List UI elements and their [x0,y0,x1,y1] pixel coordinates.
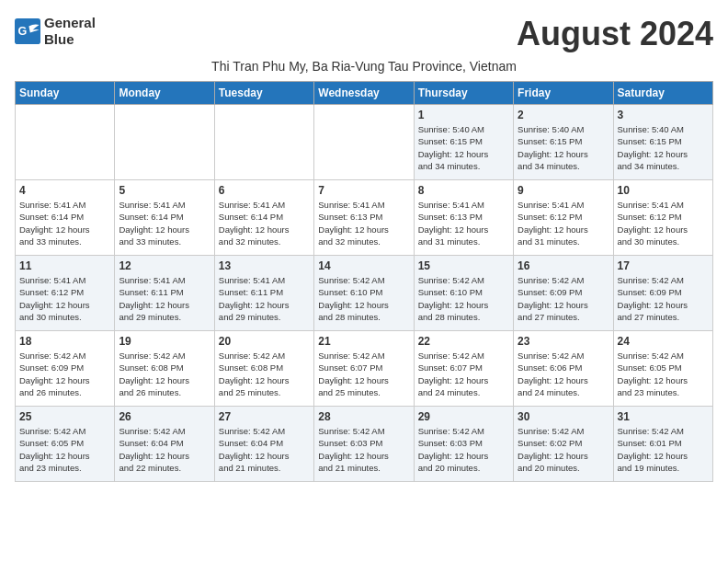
day-cell-16: 16Sunrise: 5:42 AM Sunset: 6:09 PM Dayli… [514,256,613,331]
day-cell-23: 23Sunrise: 5:42 AM Sunset: 6:06 PM Dayli… [514,331,613,407]
day-cell-24: 24Sunrise: 5:42 AM Sunset: 6:05 PM Dayli… [613,331,712,407]
day-info: Sunrise: 5:42 AM Sunset: 6:07 PM Dayligh… [318,350,409,398]
day-number: 9 [518,184,609,197]
day-number: 26 [119,410,210,423]
week-row-5: 25Sunrise: 5:42 AM Sunset: 6:05 PM Dayli… [16,407,713,482]
day-cell-4: 4Sunrise: 5:41 AM Sunset: 6:14 PM Daylig… [16,180,115,256]
day-number: 22 [418,335,509,348]
day-number: 11 [19,259,110,272]
day-cell-25: 25Sunrise: 5:42 AM Sunset: 6:05 PM Dayli… [16,407,115,482]
empty-cell [314,105,414,180]
col-header-thursday: Thursday [414,82,513,105]
day-number: 18 [19,335,110,348]
day-number: 17 [618,259,709,272]
day-cell-31: 31Sunrise: 5:42 AM Sunset: 6:01 PM Dayli… [613,407,712,482]
day-number: 5 [119,184,210,197]
day-info: Sunrise: 5:41 AM Sunset: 6:12 PM Dayligh… [19,274,110,323]
day-info: Sunrise: 5:42 AM Sunset: 6:03 PM Dayligh… [318,425,409,474]
day-info: Sunrise: 5:42 AM Sunset: 6:08 PM Dayligh… [119,350,210,398]
day-info: Sunrise: 5:42 AM Sunset: 6:06 PM Dayligh… [518,350,609,398]
day-cell-15: 15Sunrise: 5:42 AM Sunset: 6:10 PM Dayli… [414,256,513,331]
day-cell-12: 12Sunrise: 5:41 AM Sunset: 6:11 PM Dayli… [115,256,214,331]
day-cell-11: 11Sunrise: 5:41 AM Sunset: 6:12 PM Dayli… [16,256,115,331]
day-info: Sunrise: 5:42 AM Sunset: 6:07 PM Dayligh… [418,350,509,398]
day-cell-20: 20Sunrise: 5:42 AM Sunset: 6:08 PM Dayli… [214,331,313,407]
empty-cell [16,105,115,180]
day-info: Sunrise: 5:42 AM Sunset: 6:02 PM Dayligh… [518,425,609,474]
day-cell-1: 1Sunrise: 5:40 AM Sunset: 6:15 PM Daylig… [414,105,513,180]
day-cell-5: 5Sunrise: 5:41 AM Sunset: 6:14 PM Daylig… [115,180,214,256]
header-row: SundayMondayTuesdayWednesdayThursdayFrid… [16,82,713,105]
day-cell-3: 3Sunrise: 5:40 AM Sunset: 6:15 PM Daylig… [613,105,712,180]
day-info: Sunrise: 5:42 AM Sunset: 6:09 PM Dayligh… [19,350,110,398]
day-number: 28 [318,410,409,423]
day-cell-9: 9Sunrise: 5:41 AM Sunset: 6:12 PM Daylig… [514,180,613,256]
day-info: Sunrise: 5:42 AM Sunset: 6:09 PM Dayligh… [618,274,709,323]
day-cell-21: 21Sunrise: 5:42 AM Sunset: 6:07 PM Dayli… [314,331,414,407]
day-number: 6 [219,184,310,197]
day-info: Sunrise: 5:41 AM Sunset: 6:14 PM Dayligh… [119,199,210,247]
week-row-2: 4Sunrise: 5:41 AM Sunset: 6:14 PM Daylig… [16,180,713,256]
col-header-tuesday: Tuesday [214,82,313,105]
empty-cell [214,105,313,180]
day-info: Sunrise: 5:40 AM Sunset: 6:15 PM Dayligh… [618,123,709,172]
day-number: 13 [219,259,310,272]
col-header-sunday: Sunday [16,82,115,105]
day-number: 14 [318,259,409,272]
day-number: 3 [618,109,709,121]
week-row-4: 18Sunrise: 5:42 AM Sunset: 6:09 PM Dayli… [16,331,713,407]
day-number: 29 [418,410,509,423]
day-info: Sunrise: 5:41 AM Sunset: 6:11 PM Dayligh… [219,274,310,323]
col-header-wednesday: Wednesday [314,82,414,105]
day-cell-17: 17Sunrise: 5:42 AM Sunset: 6:09 PM Dayli… [613,256,712,331]
day-info: Sunrise: 5:41 AM Sunset: 6:13 PM Dayligh… [418,199,509,247]
day-number: 27 [219,410,310,423]
day-cell-19: 19Sunrise: 5:42 AM Sunset: 6:08 PM Dayli… [115,331,214,407]
day-number: 16 [518,259,609,272]
day-number: 7 [318,184,409,197]
day-info: Sunrise: 5:42 AM Sunset: 6:05 PM Dayligh… [618,350,709,398]
logo: G General Blue [15,15,96,48]
col-header-saturday: Saturday [613,82,712,105]
day-cell-14: 14Sunrise: 5:42 AM Sunset: 6:10 PM Dayli… [314,256,414,331]
day-info: Sunrise: 5:42 AM Sunset: 6:01 PM Dayligh… [618,425,709,474]
day-info: Sunrise: 5:42 AM Sunset: 6:04 PM Dayligh… [219,425,310,474]
day-info: Sunrise: 5:42 AM Sunset: 6:10 PM Dayligh… [418,274,509,323]
day-number: 12 [119,259,210,272]
day-info: Sunrise: 5:41 AM Sunset: 6:13 PM Dayligh… [318,199,409,247]
day-cell-27: 27Sunrise: 5:42 AM Sunset: 6:04 PM Dayli… [214,407,313,482]
day-info: Sunrise: 5:42 AM Sunset: 6:05 PM Dayligh… [19,425,110,474]
month-title: August 2024 [517,15,713,53]
day-cell-7: 7Sunrise: 5:41 AM Sunset: 6:13 PM Daylig… [314,180,414,256]
day-info: Sunrise: 5:41 AM Sunset: 6:14 PM Dayligh… [19,199,110,247]
day-info: Sunrise: 5:40 AM Sunset: 6:15 PM Dayligh… [518,123,609,172]
day-cell-29: 29Sunrise: 5:42 AM Sunset: 6:03 PM Dayli… [414,407,513,482]
day-number: 24 [618,335,709,348]
svg-text:G: G [18,25,28,38]
day-number: 15 [418,259,509,272]
day-cell-22: 22Sunrise: 5:42 AM Sunset: 6:07 PM Dayli… [414,331,513,407]
calendar-table: SundayMondayTuesdayWednesdayThursdayFrid… [15,81,713,482]
day-number: 8 [418,184,509,197]
col-header-monday: Monday [115,82,214,105]
day-cell-18: 18Sunrise: 5:42 AM Sunset: 6:09 PM Dayli… [16,331,115,407]
day-cell-8: 8Sunrise: 5:41 AM Sunset: 6:13 PM Daylig… [414,180,513,256]
day-info: Sunrise: 5:42 AM Sunset: 6:08 PM Dayligh… [219,350,310,398]
day-info: Sunrise: 5:42 AM Sunset: 6:09 PM Dayligh… [518,274,609,323]
day-info: Sunrise: 5:41 AM Sunset: 6:14 PM Dayligh… [219,199,310,247]
col-header-friday: Friday [514,82,613,105]
day-cell-26: 26Sunrise: 5:42 AM Sunset: 6:04 PM Dayli… [115,407,214,482]
day-number: 19 [119,335,210,348]
day-number: 30 [518,410,609,423]
week-row-1: 1Sunrise: 5:40 AM Sunset: 6:15 PM Daylig… [16,105,713,180]
day-number: 1 [418,109,509,121]
day-number: 31 [618,410,709,423]
day-number: 25 [19,410,110,423]
day-info: Sunrise: 5:42 AM Sunset: 6:04 PM Dayligh… [119,425,210,474]
day-info: Sunrise: 5:41 AM Sunset: 6:12 PM Dayligh… [618,199,709,247]
page-header: G General Blue August 2024 [15,15,713,53]
day-info: Sunrise: 5:42 AM Sunset: 6:03 PM Dayligh… [418,425,509,474]
subtitle: Thi Tran Phu My, Ba Ria-Vung Tau Provinc… [15,59,713,74]
empty-cell [115,105,214,180]
day-cell-30: 30Sunrise: 5:42 AM Sunset: 6:02 PM Dayli… [514,407,613,482]
